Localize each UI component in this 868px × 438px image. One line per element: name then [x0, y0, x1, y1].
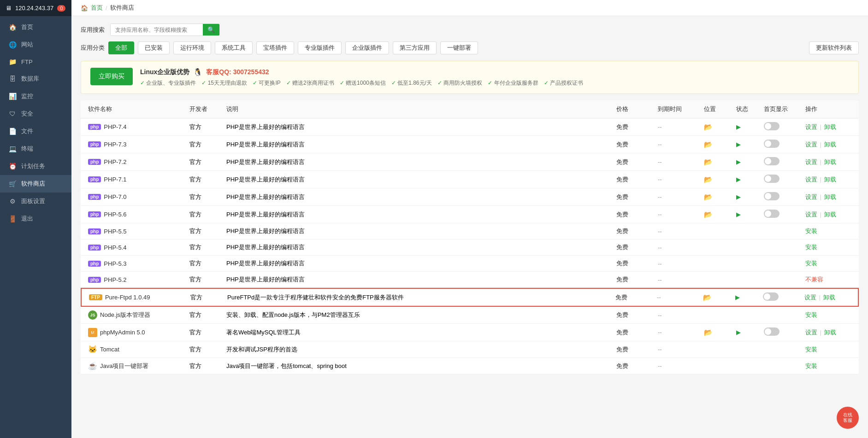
sidebar-item-website[interactable]: 🌐网站 — [0, 36, 71, 53]
status-cell: ▶ — [736, 176, 764, 183]
table-row: phpPHP-7.4 官方 PHP是世界上最好的编程语言 免费 -- 📂 ▶ 设… — [81, 118, 859, 136]
status-cell: ▶ — [736, 158, 764, 165]
folder-icon[interactable]: 📂 — [704, 140, 713, 148]
homepage-toggle[interactable] — [764, 327, 779, 336]
homepage-toggle[interactable] — [764, 210, 779, 218]
notification-badge: 0 — [57, 5, 65, 12]
filter-btn-all[interactable]: 全部 — [108, 41, 134, 54]
play-icon[interactable]: ▶ — [736, 193, 741, 200]
action-cell: 设置 | 卸载 — [805, 158, 851, 166]
action-install[interactable]: 安装 — [805, 311, 817, 318]
action-link-0[interactable]: 设置 — [805, 158, 817, 165]
action-link-0[interactable]: 设置 — [805, 176, 817, 183]
action-link-1[interactable]: 卸载 — [824, 123, 836, 130]
play-icon[interactable]: ▶ — [736, 123, 741, 130]
table-row: phpPHP-5.5 官方 PHP是世界上最好的编程语言 免费 -- 安装 — [81, 223, 859, 239]
homepage-toggle[interactable] — [764, 192, 779, 200]
refresh-software-list-button[interactable]: 更新软件列表 — [809, 41, 859, 54]
search-button[interactable]: 🔍 — [203, 24, 219, 35]
software-name-cell: phpPHP-5.2 — [88, 276, 189, 283]
sidebar-item-ftp[interactable]: 📁FTP — [0, 53, 71, 70]
folder-icon[interactable]: 📂 — [704, 175, 713, 183]
online-chat-button[interactable]: 在线客服 — [837, 407, 859, 429]
promo-buy-button[interactable]: 立即购买 — [90, 68, 133, 85]
location-cell: 📂 — [704, 210, 736, 219]
action-link-1[interactable]: 卸载 — [824, 329, 836, 336]
sidebar-item-settings[interactable]: ⚙面板设置 — [0, 193, 71, 210]
sidebar-item-monitor[interactable]: 📊监控 — [0, 88, 71, 105]
price-cell: 免费 — [616, 210, 658, 219]
sidebar-item-softstore[interactable]: 🛒软件商店 — [0, 175, 71, 193]
action-link-0[interactable]: 设置 — [805, 123, 817, 130]
homepage-toggle[interactable] — [763, 292, 779, 301]
table-row: MphpMyAdmin 5.0 官方 著名Web端MySQL管理工具 免费 --… — [81, 324, 859, 341]
action-install[interactable]: 安装 — [805, 346, 817, 353]
filter-btn-systool[interactable]: 系统工具 — [215, 41, 253, 54]
software-name-text: PHP-5.5 — [104, 228, 126, 235]
status-cell: ▶ — [736, 123, 764, 130]
play-icon[interactable]: ▶ — [735, 294, 740, 301]
sidebar-item-security[interactable]: 🛡安全 — [0, 105, 71, 123]
filter-btn-enterprise[interactable]: 企业版插件 — [345, 41, 389, 54]
price-cell: 免费 — [616, 275, 658, 284]
breadcrumb-home[interactable]: 首页 — [91, 4, 103, 12]
promo-feature-item: 可更换IP — [253, 79, 281, 87]
filter-btn-installed[interactable]: 已安装 — [138, 41, 170, 54]
developer-cell: 官方 — [189, 259, 226, 268]
filter-btn-pro_plugin[interactable]: 专业版插件 — [298, 41, 342, 54]
search-input[interactable] — [111, 24, 203, 35]
main-area: 🏠 首页 / 软件商店 应用搜索 🔍 应用分类 全部已安装运行环境系统工具宝塔插… — [71, 0, 868, 438]
action-link-0[interactable]: 设置 — [805, 329, 817, 336]
action-link-1[interactable]: 卸载 — [824, 141, 836, 148]
action-link-0[interactable]: 设置 — [805, 193, 817, 200]
sidebar-item-cron[interactable]: ⏰计划任务 — [0, 158, 71, 175]
sidebar-item-database[interactable]: 🗄数据库 — [0, 70, 71, 88]
action-link-1[interactable]: 卸载 — [824, 193, 836, 200]
action-install[interactable]: 安装 — [805, 228, 817, 234]
table-header: 软件名称开发者说明价格到期时间位置状态首页显示操作 — [81, 100, 859, 118]
filter-btn-onekey[interactable]: 一键部署 — [440, 41, 478, 54]
action-cell: 安装 — [805, 259, 851, 268]
action-install[interactable]: 安装 — [805, 362, 817, 369]
action-link-0[interactable]: 设置 — [804, 294, 816, 301]
sidebar-item-terminal[interactable]: 💻终端 — [0, 140, 71, 158]
promo-feature-item: 商用防火墙授权 — [437, 79, 482, 87]
folder-icon[interactable]: 📂 — [703, 293, 712, 301]
filter-btn-bt_plugin[interactable]: 宝塔插件 — [256, 41, 294, 54]
softstore-icon: 🛒 — [8, 180, 17, 187]
folder-icon[interactable]: 📂 — [704, 193, 713, 201]
folder-icon[interactable]: 📂 — [704, 123, 713, 131]
action-link-0[interactable]: 设置 — [805, 141, 817, 148]
play-icon[interactable]: ▶ — [736, 211, 741, 218]
homepage-display-cell — [764, 157, 805, 167]
play-icon[interactable]: ▶ — [736, 329, 741, 336]
action-link-1[interactable]: 卸载 — [824, 211, 836, 218]
price-cell: 免费 — [615, 293, 657, 302]
action-link-0[interactable]: 设置 — [805, 211, 817, 218]
sidebar-nav: 🏠首页🌐网站📁FTP🗄数据库📊监控🛡安全📄文件💻终端⏰计划任务🛒软件商店⚙面板设… — [0, 16, 71, 438]
folder-icon[interactable]: 📂 — [704, 210, 713, 218]
action-link-1[interactable]: 卸载 — [824, 158, 836, 165]
action-link-1[interactable]: 卸载 — [824, 176, 836, 183]
play-icon[interactable]: ▶ — [736, 176, 741, 183]
action-install[interactable]: 安装 — [805, 260, 817, 267]
play-icon[interactable]: ▶ — [736, 141, 741, 148]
homepage-toggle[interactable] — [764, 175, 779, 183]
filter-btn-thirdparty[interactable]: 第三方应用 — [393, 41, 437, 54]
filter-btn-runtime[interactable]: 运行环境 — [173, 41, 211, 54]
folder-icon[interactable]: 📂 — [704, 328, 713, 336]
folder-icon[interactable]: 📂 — [704, 158, 713, 166]
sidebar-item-home[interactable]: 🏠首页 — [0, 18, 71, 36]
play-icon[interactable]: ▶ — [736, 158, 741, 165]
desc-cell: 安装、卸载、配置node.js版本，与PM2管理器互乐 — [226, 311, 616, 319]
action-install[interactable]: 安装 — [805, 244, 817, 251]
expire-cell: -- — [658, 176, 704, 183]
homepage-toggle[interactable] — [764, 157, 779, 165]
homepage-toggle[interactable] — [764, 122, 779, 130]
sidebar-item-logout[interactable]: 🚪退出 — [0, 210, 71, 228]
homepage-toggle[interactable] — [764, 140, 779, 148]
server-ip: 120.24.243.37 — [15, 5, 53, 12]
action-link-1[interactable]: 卸载 — [823, 294, 835, 301]
promo-qq[interactable]: 客服QQ: 3007255432 — [206, 68, 269, 76]
sidebar-item-files[interactable]: 📄文件 — [0, 123, 71, 140]
